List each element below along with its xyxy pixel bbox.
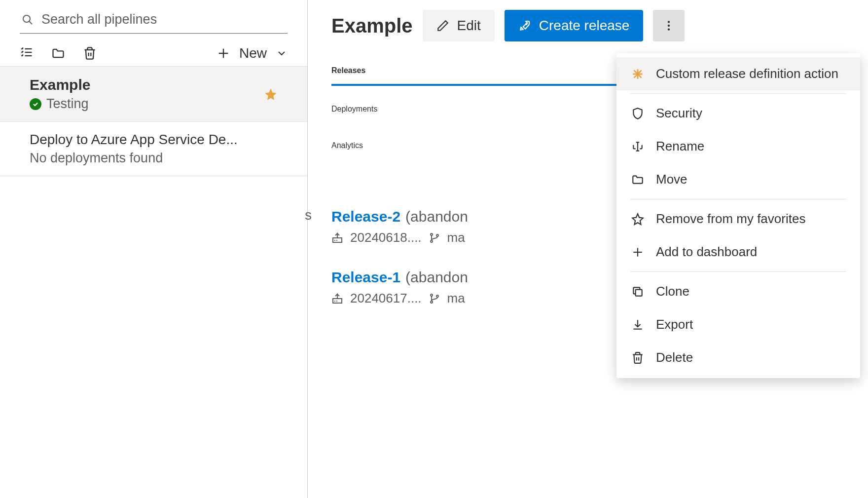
- svg-rect-29: [636, 289, 642, 296]
- copy-icon: [631, 285, 644, 298]
- asterisk-icon: [631, 68, 644, 80]
- page-title: Example: [331, 15, 413, 37]
- branch-icon: [429, 232, 440, 244]
- menu-divider: [630, 199, 846, 199]
- svg-point-20: [431, 294, 433, 296]
- plus-icon: [217, 46, 230, 60]
- rocket-icon: [518, 19, 531, 32]
- menu-label: Delete: [656, 350, 693, 365]
- download-icon: [631, 318, 644, 331]
- pipeline-status-row: Testing: [30, 96, 288, 112]
- menu-clone[interactable]: Clone: [616, 275, 860, 308]
- pipeline-subtext: No deployments found: [30, 151, 288, 166]
- folder-icon: [631, 173, 644, 186]
- pipeline-item-deploy[interactable]: Deploy to Azure App Service De... No dep…: [0, 122, 307, 176]
- menu-remove-favorite[interactable]: Remove from my favorites: [616, 202, 860, 235]
- release-status: (abandon: [405, 208, 468, 225]
- svg-point-15: [431, 240, 433, 242]
- release-name: Release-2: [331, 208, 400, 225]
- menu-label: Custom release definition action: [656, 66, 838, 81]
- pipeline-name: Example: [30, 77, 288, 93]
- create-release-button[interactable]: Create release: [505, 10, 644, 41]
- menu-delete[interactable]: Delete: [616, 341, 860, 374]
- menu-label: Remove from my favorites: [656, 211, 805, 227]
- branch-name: ma: [447, 291, 465, 306]
- edit-button[interactable]: Edit: [423, 10, 495, 41]
- search-input[interactable]: [41, 12, 286, 27]
- menu-label: Move: [656, 172, 687, 187]
- pipeline-status-text: Testing: [46, 96, 89, 112]
- build-number: 20240617....: [350, 291, 422, 306]
- list-view-tab[interactable]: [20, 45, 34, 61]
- release-name: Release-1: [331, 269, 400, 286]
- menu-divider: [630, 271, 846, 272]
- build-icon: [331, 293, 343, 305]
- create-release-label: Create release: [539, 18, 630, 34]
- menu-divider: [630, 93, 846, 94]
- folder-icon[interactable]: [51, 46, 65, 60]
- trash-icon: [631, 351, 644, 364]
- rename-icon: [631, 140, 644, 153]
- branch-icon: [429, 293, 440, 305]
- build-number: 20240618....: [350, 230, 422, 245]
- pipeline-name: Deploy to Azure App Service De...: [30, 132, 288, 148]
- more-actions-button[interactable]: [653, 10, 685, 41]
- menu-label: Rename: [656, 139, 704, 154]
- plus-icon: [631, 246, 644, 259]
- release-status: (abandon: [405, 269, 468, 286]
- new-pipeline-button[interactable]: New: [217, 45, 288, 61]
- svg-line-1: [29, 21, 32, 24]
- search-icon: [22, 14, 34, 26]
- svg-point-16: [436, 234, 438, 236]
- svg-point-14: [431, 233, 433, 235]
- detail-header: Example Edit Create release: [331, 10, 848, 41]
- list-icon: [20, 45, 34, 59]
- branch-name: ma: [447, 230, 465, 245]
- svg-point-7: [526, 24, 527, 25]
- shield-icon: [631, 107, 644, 120]
- star-favorite-icon[interactable]: [264, 87, 278, 101]
- trash-icon[interactable]: [83, 46, 97, 60]
- svg-point-0: [23, 15, 30, 22]
- menu-add-dashboard[interactable]: Add to dashboard: [616, 235, 860, 268]
- pipeline-list: Example Testing Deploy to Azure App Serv…: [0, 66, 307, 176]
- more-actions-menu: Custom release definition action Securit…: [616, 53, 860, 378]
- svg-point-8: [668, 21, 670, 23]
- menu-security[interactable]: Security: [616, 97, 860, 130]
- chevron-down-icon: [276, 47, 288, 59]
- pipeline-detail: s Example Edit Create release Releases D…: [308, 0, 868, 498]
- menu-custom-action[interactable]: Custom release definition action: [616, 57, 860, 90]
- menu-label: Export: [656, 317, 693, 332]
- new-button-label: New: [239, 45, 267, 61]
- clipped-text: s: [305, 207, 312, 223]
- build-icon: [331, 232, 343, 244]
- svg-point-22: [436, 295, 438, 297]
- pipelines-sidebar: New Example Testing Deploy to Azure App …: [0, 0, 308, 498]
- search-container: [20, 6, 288, 34]
- menu-rename[interactable]: Rename: [616, 130, 860, 163]
- star-outline-icon: [631, 213, 644, 226]
- menu-label: Security: [656, 106, 702, 121]
- svg-point-10: [668, 28, 670, 30]
- pipeline-item-example[interactable]: Example Testing: [0, 67, 307, 122]
- svg-point-21: [431, 301, 433, 303]
- status-success-icon: [30, 98, 41, 110]
- pencil-icon: [436, 19, 449, 32]
- more-vertical-icon: [662, 19, 675, 32]
- edit-label: Edit: [457, 18, 481, 34]
- menu-move[interactable]: Move: [616, 163, 860, 196]
- svg-point-9: [668, 25, 670, 27]
- menu-export[interactable]: Export: [616, 308, 860, 341]
- sidebar-toolbar: New: [0, 34, 307, 66]
- menu-label: Add to dashboard: [656, 244, 757, 260]
- menu-label: Clone: [656, 284, 689, 299]
